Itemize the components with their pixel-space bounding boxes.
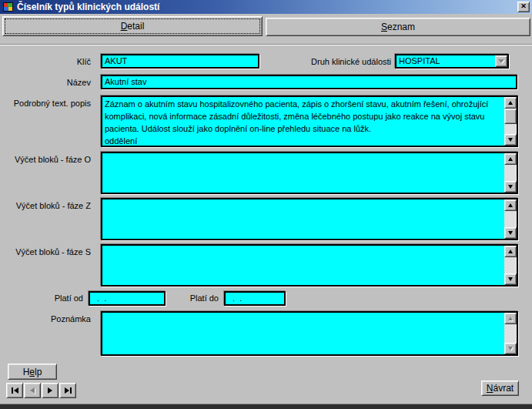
poznamka-scrollbar[interactable] [504,313,517,354]
window: Číselník typů klinických událostí ✕ Deta… [0,0,532,409]
nav-prev-icon [30,387,35,394]
popis-label: Podrobný text. popis [0,99,91,108]
poznamka-text [102,313,504,354]
faze-o-text [102,153,504,193]
scroll-up-button[interactable] [504,199,517,211]
plati-do-input[interactable]: . . [224,291,286,306]
scroll-thumb[interactable] [504,109,517,124]
nav-first-button[interactable] [6,383,23,398]
window-title: Číselník typů klinických událostí [17,2,159,12]
arrow-up-icon [508,101,513,105]
druh-dropdown-button[interactable] [495,55,507,67]
navrat-button[interactable]: Návrat [481,381,519,396]
arrow-up-icon [508,157,513,161]
app-icon [3,2,13,12]
nav-first-icon [12,387,13,394]
faze-o-textarea[interactable] [101,152,518,194]
faze-s-label: Výčet bloků - fáze S [0,247,91,256]
scroll-up-button[interactable] [504,97,517,109]
nav-next-icon [48,387,52,394]
help-button[interactable]: Help [8,364,57,380]
nav-next-button[interactable] [42,383,59,398]
scroll-down-button[interactable] [504,227,517,239]
nav-last-icon [65,387,69,394]
tab-detail-label: Detail [121,21,145,32]
arrow-up-icon [508,250,513,253]
arrow-down-icon [508,277,513,281]
scroll-down-button[interactable] [504,134,517,146]
window-bottom-edge [0,404,532,409]
scroll-up-button[interactable] [504,313,517,324]
titlebar: Číselník typů klinických událostí ✕ [0,0,532,14]
plati-od-label: Platí od [0,293,83,303]
faze-s-scrollbar[interactable] [504,246,517,285]
scroll-down-button[interactable] [504,273,517,285]
tab-seznam[interactable]: Seznam [266,18,530,36]
arrow-down-icon [508,231,513,235]
poznamka-textarea[interactable] [101,311,518,356]
faze-o-label: Výčet bloků - fáze O [0,155,91,164]
scroll-up-button[interactable] [504,246,517,257]
nazev-input[interactable]: Akutní stav [101,75,517,89]
plati-do-label: Platí do [139,293,219,303]
popis-scrollbar[interactable] [504,97,517,146]
scroll-up-button[interactable] [504,153,517,165]
poznamka-label: Poznámka [0,314,91,324]
close-icon: ✕ [520,2,527,10]
faze-s-text [102,246,504,285]
popis-textarea[interactable]: Záznam o akutním stavu hospitalizovného … [101,96,518,147]
druh-dropdown[interactable]: HOSPITAL [395,54,509,69]
arrow-up-icon [508,317,513,320]
nav-prev-button[interactable] [24,383,41,398]
druh-dropdown-value: HOSPITAL [399,56,440,66]
faze-z-text [102,199,504,239]
nazev-label: Název [0,78,91,87]
help-button-label: Help [23,367,42,377]
faze-o-scrollbar[interactable] [504,153,517,193]
popis-text: Záznam o akutním stavu hospitalizovného … [102,97,504,146]
arrow-down-icon [508,138,513,142]
close-button[interactable]: ✕ [517,2,530,12]
divider [0,44,532,45]
faze-z-textarea[interactable] [101,198,518,240]
faze-z-scrollbar[interactable] [504,199,517,239]
faze-s-textarea[interactable] [101,244,518,287]
arrow-up-icon [508,203,513,207]
faze-z-label: Výčet bloků - fáze Z [0,201,91,210]
klic-label: Klíč [0,57,91,66]
navrat-button-label: Návrat [487,383,514,394]
tab-detail[interactable]: Detail [2,16,263,36]
scroll-down-button[interactable] [504,343,517,354]
scroll-down-button[interactable] [504,181,517,193]
arrow-down-icon [508,185,513,189]
nav-last-button[interactable] [59,383,76,398]
klic-input[interactable]: AKUT [101,54,259,69]
druh-label: Druh klinické události [262,57,391,66]
arrow-down-icon [508,347,513,350]
chevron-down-icon [498,59,504,63]
tab-seznam-label: Seznam [381,22,415,32]
